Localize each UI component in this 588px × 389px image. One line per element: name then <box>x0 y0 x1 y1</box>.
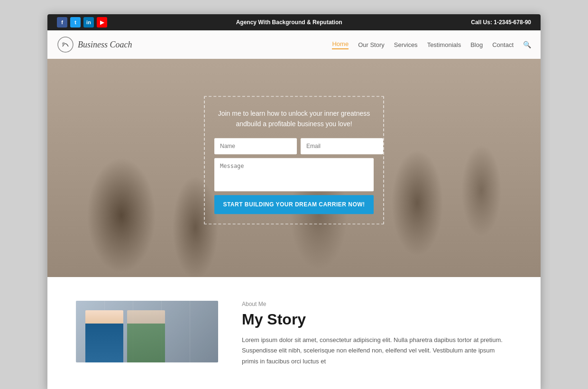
about-images <box>76 301 218 367</box>
browser-frame: f t in ▶ Agency With Background & Reputa… <box>47 14 541 389</box>
nav-testimonials[interactable]: Testimonials <box>427 41 461 48</box>
logo-text: Business Coach <box>78 40 132 50</box>
nav-blog[interactable]: Blog <box>470 41 483 48</box>
person-figure-1 <box>85 310 123 362</box>
svg-point-1 <box>62 42 65 45</box>
logo[interactable]: Business Coach <box>57 36 132 53</box>
nav-our-story[interactable]: Our Story <box>358 41 385 48</box>
nav-services[interactable]: Services <box>394 41 418 48</box>
about-body: Lorem ipsum dolor sit amet, consectetur … <box>242 335 512 366</box>
about-text: About Me My Story Lorem ipsum dolor sit … <box>242 301 512 367</box>
social-icons: f t in ▶ <box>57 17 107 28</box>
form-name-email-row <box>214 138 374 154</box>
twitter-icon[interactable]: t <box>70 17 81 28</box>
youtube-icon[interactable]: ▶ <box>97 17 107 28</box>
person-figure-2 <box>127 310 165 362</box>
linkedin-icon[interactable]: in <box>83 17 94 28</box>
search-icon[interactable]: 🔍 <box>523 41 531 48</box>
hero-form-area: Join me to learn how to unlock your inne… <box>204 96 384 224</box>
hero-headline: Join me to learn how to unlock your inne… <box>214 108 374 130</box>
about-image <box>76 301 218 362</box>
about-image-inner <box>76 301 218 362</box>
svg-point-0 <box>58 37 73 52</box>
message-input[interactable] <box>214 158 374 191</box>
nav-home[interactable]: Home <box>332 40 349 49</box>
facebook-icon[interactable]: f <box>57 17 67 28</box>
cta-button[interactable]: START BUILDING YOUR DREAM CARRIER NOW! <box>214 195 374 214</box>
dashed-box: Join me to learn how to unlock your inne… <box>204 96 384 224</box>
name-input[interactable] <box>214 138 297 154</box>
nav-links: Home Our Story Services Testimonials Blo… <box>332 40 531 49</box>
top-bar: f t in ▶ Agency With Background & Reputa… <box>47 14 541 30</box>
nav-contact[interactable]: Contact <box>492 41 514 48</box>
logo-icon <box>57 36 74 53</box>
about-section: About Me My Story Lorem ipsum dolor sit … <box>47 277 541 389</box>
email-input[interactable] <box>301 138 383 154</box>
about-label: About Me <box>242 301 512 307</box>
top-tagline: Agency With Background & Reputation <box>236 19 342 26</box>
hero-section: Business Coach Home Our Story Services T… <box>47 30 541 277</box>
phone-number: Call Us: 1-2345-678-90 <box>471 19 531 26</box>
about-title: My Story <box>242 310 512 328</box>
navbar: Business Coach Home Our Story Services T… <box>47 30 541 59</box>
